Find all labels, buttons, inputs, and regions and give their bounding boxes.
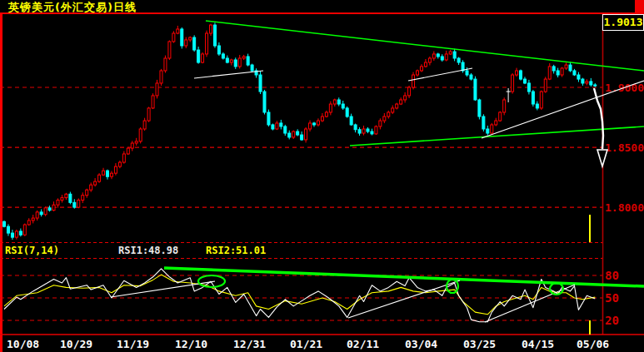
candle-up xyxy=(309,123,312,129)
candle-up xyxy=(499,112,502,121)
candle-up xyxy=(544,79,547,92)
candle-up xyxy=(210,25,212,33)
candle-up xyxy=(238,58,241,67)
candle-down xyxy=(582,79,584,83)
candle-up xyxy=(449,52,452,54)
candle-up xyxy=(147,108,150,121)
candle-down xyxy=(247,57,249,65)
candle-up xyxy=(77,200,80,207)
candle-down xyxy=(457,58,460,62)
candle-down xyxy=(354,125,357,130)
candle-up xyxy=(412,75,415,87)
candle-down xyxy=(342,104,344,108)
candle-up xyxy=(36,212,38,218)
candle-down xyxy=(19,231,22,235)
candle-down xyxy=(267,112,270,125)
candle-down xyxy=(358,130,361,133)
candle-up xyxy=(548,67,551,79)
white-trendline xyxy=(482,81,644,138)
rsi-header[interactable]: RSI(7,14) RSI1:48.98 RSI2:51.01 xyxy=(2,244,602,257)
candle-down xyxy=(251,65,253,71)
candle-down xyxy=(590,82,592,85)
candle-up xyxy=(127,148,129,154)
candle-up xyxy=(65,194,67,197)
candle-up xyxy=(404,96,407,100)
candle-down xyxy=(217,46,220,54)
candle-up xyxy=(98,175,101,181)
candle-up xyxy=(61,198,63,201)
x-axis-date-label: 12/31 xyxy=(233,338,266,350)
candle-down xyxy=(69,194,72,202)
candle-down xyxy=(577,75,580,79)
candle-up xyxy=(375,126,377,134)
candle-up xyxy=(23,225,26,235)
candle-down xyxy=(280,123,282,126)
candle-up xyxy=(379,121,382,126)
candle-up xyxy=(565,65,567,68)
candle-down xyxy=(569,65,572,71)
candle-down xyxy=(523,79,526,83)
candle-down xyxy=(573,71,576,75)
candle-up xyxy=(292,131,295,137)
candle-down xyxy=(7,226,9,233)
trading-app-window: 英镑美元(外汇交易)日线 1.90001.85001.800080502010/… xyxy=(0,0,644,352)
candle-up xyxy=(276,123,278,129)
candle-up xyxy=(52,205,55,210)
candle-down xyxy=(272,125,274,129)
x-axis-date-label: 02/11 xyxy=(347,338,379,350)
candle-down xyxy=(263,92,266,112)
candle-up xyxy=(383,117,386,121)
candle-up xyxy=(94,181,97,185)
candle-down xyxy=(557,71,559,75)
highlight-circle xyxy=(198,275,225,287)
last-price-box: 1.9013 xyxy=(602,14,644,31)
candle-down xyxy=(371,131,373,134)
candle-down xyxy=(222,54,224,58)
candle-down xyxy=(213,25,216,46)
rsi2-value-label: RSI2:51.01 xyxy=(206,245,266,256)
x-axis-date-label: 03/04 xyxy=(405,338,437,350)
candle-down xyxy=(313,123,316,125)
candle-up xyxy=(561,68,563,75)
candle-up xyxy=(417,71,419,75)
price-axis-label: 1.8000 xyxy=(605,201,644,214)
candle-up xyxy=(114,166,117,173)
candle-up xyxy=(189,37,192,40)
candle-up xyxy=(420,67,422,71)
candle-up xyxy=(325,112,327,117)
candle-down xyxy=(453,52,456,58)
green-trendline xyxy=(164,268,644,286)
candle-up xyxy=(202,54,204,62)
candle-down xyxy=(350,117,352,125)
candle-up xyxy=(495,121,497,125)
candle-up xyxy=(135,141,137,143)
candle-up xyxy=(139,129,142,141)
candle-down xyxy=(48,208,51,211)
candle-up xyxy=(172,33,175,42)
candle-down xyxy=(234,60,237,67)
candle-up xyxy=(432,54,435,58)
candle-up xyxy=(44,208,47,215)
candle-up xyxy=(143,121,146,129)
candle-down xyxy=(482,117,485,129)
candle-down xyxy=(367,129,369,131)
candle-up xyxy=(177,29,179,33)
candle-down xyxy=(193,37,196,50)
candle-down xyxy=(301,135,303,140)
candle-up xyxy=(408,87,411,96)
rsi-line-rsi1 xyxy=(4,269,595,322)
candle-up xyxy=(392,108,394,112)
candle-up xyxy=(329,104,332,112)
candle-up xyxy=(110,173,112,176)
candle-up xyxy=(428,58,431,62)
chart-canvas[interactable]: 1.90001.85001.800080502010/0810/2911/191… xyxy=(0,0,644,352)
candle-up xyxy=(86,190,88,195)
candle-up xyxy=(206,33,208,54)
x-axis-date-label: 03/25 xyxy=(463,338,496,350)
candle-down xyxy=(3,221,6,226)
candle-up xyxy=(321,117,323,121)
candle-up xyxy=(396,104,398,108)
rsi-indicator-label: RSI(7,14) xyxy=(5,245,59,256)
candle-down xyxy=(536,104,538,108)
candle-up xyxy=(540,92,542,108)
